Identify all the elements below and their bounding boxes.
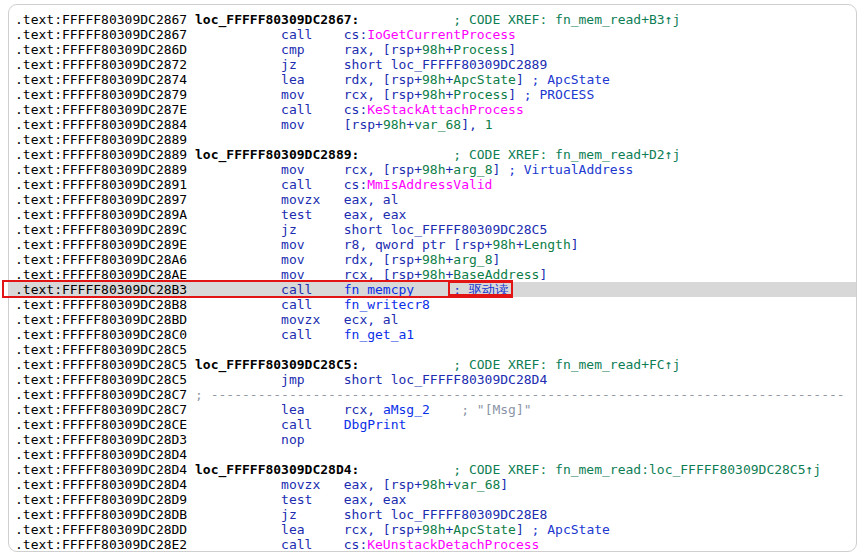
- disasm-line[interactable]: .text:FFFFF80309DC2874 lea rdx, [rsp+98h…: [9, 72, 856, 87]
- disasm-line[interactable]: .text:FFFFF80309DC28C7 ; ---------------…: [9, 387, 856, 402]
- disasm-token-ins: eax, eax: [344, 207, 407, 222]
- disasm-token-strc: ; "[Msg]": [461, 402, 531, 417]
- disasm-token-ins: mov: [281, 237, 344, 252]
- disasm-line[interactable]: .text:FFFFF80309DC2889: [9, 132, 856, 147]
- disasm-line-highlighted[interactable]: .text:FFFFF80309DC28B3 call fn_memcpy ; …: [9, 282, 856, 297]
- disasm-line[interactable]: .text:FFFFF80309DC28D4 movzx eax, [rsp+9…: [9, 477, 856, 492]
- disasm-line[interactable]: .text:FFFFF80309DC2889 loc_FFFFF80309DC2…: [9, 147, 856, 162]
- disasm-token-ins: rax, [rsp+: [344, 42, 422, 57]
- disasm-line[interactable]: .text:FFFFF80309DC289A test eax, eax: [9, 207, 856, 222]
- disasm-token-ins: ]: [516, 522, 524, 537]
- disasm-token-ins: call: [281, 417, 344, 432]
- disasm-token-ins: call: [281, 282, 344, 297]
- disasm-token-addr: .text:FFFFF80309DC28C5: [15, 357, 195, 372]
- disasm-token-addr: .text:FFFFF80309DC2872: [15, 57, 281, 72]
- disasm-token-addr: .text:FFFFF80309DC2889: [15, 147, 195, 162]
- disasm-token-grn: var_68: [453, 477, 500, 492]
- disasm-token-label: loc_FFFFF80309DC28D4:: [195, 462, 359, 477]
- disasm-token-addr: .text:FFFFF80309DC28D4: [15, 477, 281, 492]
- disasm-token-addr: .text:FFFFF80309DC289E: [15, 237, 281, 252]
- disasm-token-ins: cs:: [344, 102, 367, 117]
- disasm-line[interactable]: .text:FFFFF80309DC28A6 mov rdx, [rsp+98h…: [9, 252, 856, 267]
- disasm-token-label: loc_FFFFF80309DC2889:: [195, 147, 359, 162]
- disasm-token-grn: 98h: [422, 252, 445, 267]
- disasm-line[interactable]: .text:FFFFF80309DC28D9 test eax, eax: [9, 492, 856, 507]
- disasm-token-ins: cmp: [281, 42, 344, 57]
- disasm-token-grn: 98h: [422, 477, 445, 492]
- disasm-token-ins: eax, [rsp+: [344, 477, 422, 492]
- disasm-token-ins: test: [281, 207, 344, 222]
- disasm-line[interactable]: .text:FFFFF80309DC28D4 loc_FFFFF80309DC2…: [9, 462, 856, 477]
- disasm-line[interactable]: .text:FFFFF80309DC28B8 call fn_writecr8: [9, 297, 856, 312]
- disasm-token-addr: .text:FFFFF80309DC28B3: [15, 282, 281, 297]
- disasm-line[interactable]: .text:FFFFF80309DC2879 mov rcx, [rsp+98h…: [9, 87, 856, 102]
- disasm-token-ins: r8, qword ptr [rsp+: [344, 237, 493, 252]
- disasm-line[interactable]: .text:FFFFF80309DC28C7 lea rcx, aMsg_2 ;…: [9, 402, 856, 417]
- disasm-line[interactable]: .text:FFFFF80309DC28CE call DbgPrint: [9, 417, 856, 432]
- disasm-token-imp: IoGetCurrentProcess: [367, 27, 516, 42]
- disasm-token-ins: mov: [281, 162, 344, 177]
- disasm-token-imp: KeUnstackDetachProcess: [367, 537, 539, 551]
- disasm-line[interactable]: .text:FFFFF80309DC2872 jz short loc_FFFF…: [9, 57, 856, 72]
- disasm-line[interactable]: .text:FFFFF80309DC2889 mov rcx, [rsp+98h…: [9, 162, 856, 177]
- disasm-token-ins: rcx,: [344, 402, 383, 417]
- disasm-token-addr: .text:FFFFF80309DC28A6: [15, 252, 281, 267]
- disasm-token-addr: .text:FFFFF80309DC28C7: [15, 402, 281, 417]
- disasm-token-ins: eax, eax: [344, 492, 407, 507]
- disasm-line[interactable]: .text:FFFFF80309DC28C5 loc_FFFFF80309DC2…: [9, 357, 856, 372]
- disasm-token-grn: arg_8: [453, 162, 492, 177]
- disasm-line[interactable]: .text:FFFFF80309DC289C jz short loc_FFFF…: [9, 222, 856, 237]
- disasm-line[interactable]: .text:FFFFF80309DC2867 loc_FFFFF80309DC2…: [9, 12, 856, 27]
- disasm-line[interactable]: .text:FFFFF80309DC28C5 jmp short loc_FFF…: [9, 372, 856, 387]
- disasm-line[interactable]: .text:FFFFF80309DC286D cmp rax, [rsp+98h…: [9, 42, 856, 57]
- disassembly-panel: .text:FFFFF80309DC2867 loc_FFFFF80309DC2…: [8, 4, 857, 552]
- disasm-token-ins: mov: [281, 252, 344, 267]
- disasm-line[interactable]: .text:FFFFF80309DC287E call cs:KeStackAt…: [9, 102, 856, 117]
- disasm-token-sp: [414, 282, 453, 297]
- disasm-token-ins: test: [281, 492, 344, 507]
- disasm-line[interactable]: .text:FFFFF80309DC2884 mov [rsp+98h+var_…: [9, 117, 856, 132]
- disasm-line[interactable]: .text:FFFFF80309DC28DB jz short loc_FFFF…: [9, 507, 856, 522]
- disassembly-listing: .text:FFFFF80309DC2867 loc_FFFFF80309DC2…: [9, 5, 856, 551]
- disasm-token-grn: var_68: [414, 117, 461, 132]
- disasm-line[interactable]: .text:FFFFF80309DC28C5: [9, 342, 856, 357]
- disasm-token-ins: ecx, al: [344, 312, 399, 327]
- disasm-token-ins: ]: [500, 477, 508, 492]
- disasm-line[interactable]: .text:FFFFF80309DC28BD movzx ecx, al: [9, 312, 856, 327]
- disasm-token-grn: 98h: [422, 162, 445, 177]
- disasm-line[interactable]: .text:FFFFF80309DC28D4: [9, 447, 856, 462]
- disasm-token-ins: rdx, [rsp+: [344, 72, 422, 87]
- disasm-token-sp: [359, 462, 453, 477]
- disasm-token-name: fn_memcpy: [344, 282, 414, 297]
- disasm-token-imp: KeStackAttachProcess: [367, 102, 524, 117]
- disasm-token-ins: lea: [281, 72, 344, 87]
- disasm-token-addr: .text:FFFFF80309DC2874: [15, 72, 281, 87]
- disasm-line[interactable]: .text:FFFFF80309DC28AE mov rcx, [rsp+98h…: [9, 267, 856, 282]
- disasm-line[interactable]: .text:FFFFF80309DC28DD lea rcx, [rsp+98h…: [9, 522, 856, 537]
- disasm-line[interactable]: .text:FFFFF80309DC28E2 call cs:KeUnstack…: [9, 537, 856, 551]
- disasm-token-sp: [524, 72, 532, 87]
- disasm-token-ins: ]: [508, 87, 516, 102]
- disasm-token-ins: movzx: [281, 192, 344, 207]
- disasm-token-addr: .text:FFFFF80309DC28E2: [15, 537, 281, 551]
- disasm-token-ins: +: [516, 237, 524, 252]
- disasm-line[interactable]: .text:FFFFF80309DC2891 call cs:MmIsAddre…: [9, 177, 856, 192]
- disasm-token-grn: 98h: [422, 72, 445, 87]
- disasm-token-ins: short loc_FFFFF80309DC28D4: [344, 372, 548, 387]
- disasm-token-ins: jz: [281, 222, 344, 237]
- disasm-line[interactable]: .text:FFFFF80309DC289E mov r8, qword ptr…: [9, 237, 856, 252]
- disasm-token-ins: cs:: [344, 177, 367, 192]
- disasm-token-addr: .text:FFFFF80309DC289C: [15, 222, 281, 237]
- disasm-token-grn: Length: [524, 237, 571, 252]
- disasm-line[interactable]: .text:FFFFF80309DC2867 call cs:IoGetCurr…: [9, 27, 856, 42]
- disasm-token-grn: 98h: [422, 267, 445, 282]
- disasm-token-ins: cs:: [344, 27, 367, 42]
- disasm-token-addr: .text:FFFFF80309DC28D9: [15, 492, 281, 507]
- disasm-line[interactable]: .text:FFFFF80309DC2897 movzx eax, al: [9, 192, 856, 207]
- disasm-line[interactable]: .text:FFFFF80309DC28C0 call fn_get_a1: [9, 327, 856, 342]
- disasm-token-addr: .text:FFFFF80309DC2889: [15, 132, 187, 147]
- disasm-token-ins: mov: [281, 117, 344, 132]
- disasm-token-grn: Process: [453, 42, 508, 57]
- disasm-line[interactable]: .text:FFFFF80309DC28D3 nop: [9, 432, 856, 447]
- disasm-token-ins: cs:: [344, 537, 367, 551]
